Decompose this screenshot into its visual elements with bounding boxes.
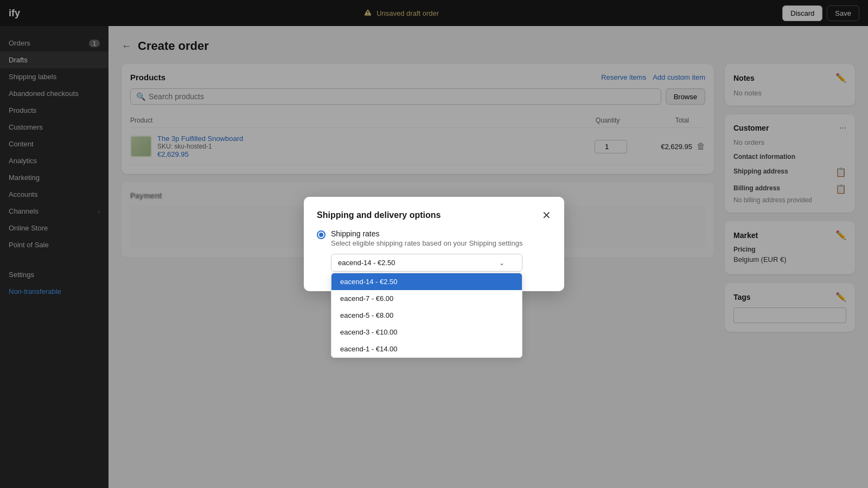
dropdown-item-opt1-label: eacend-14 - €2.50 — [340, 278, 398, 286]
dropdown-item-opt4[interactable]: eacend-3 - €10.00 — [331, 324, 522, 341]
dropdown-item-opt5-label: eacend-1 - €14.00 — [340, 345, 398, 353]
dropdown-item-opt2[interactable]: eacend-7 - €6.00 — [331, 290, 522, 307]
modal-overlay[interactable]: Shipping and delivery options ✕ Shipping… — [0, 0, 868, 488]
chevron-down-icon: ⌄ — [499, 259, 505, 267]
shipping-modal: Shipping and delivery options ✕ Shipping… — [304, 197, 564, 291]
modal-header: Shipping and delivery options ✕ — [317, 210, 551, 221]
dropdown-item-opt4-label: eacend-3 - €10.00 — [340, 328, 398, 336]
rate-dropdown-list: eacend-14 - €2.50 eacend-7 - €6.00 eacen… — [331, 273, 522, 358]
modal-title: Shipping and delivery options — [317, 210, 441, 220]
selected-rate-text: eacend-14 - €2.50 — [338, 259, 395, 267]
shipping-rates-desc: Select eligible shipping rates based on … — [331, 239, 522, 247]
dropdown-item-opt3[interactable]: eacend-5 - €8.00 — [331, 307, 522, 324]
dropdown-item-opt5[interactable]: eacend-1 - €14.00 — [331, 341, 522, 357]
dropdown-item-opt2-label: eacend-7 - €6.00 — [340, 294, 393, 303]
shipping-rates-content: Shipping rates Select eligible shipping … — [331, 229, 522, 272]
dropdown-item-opt1[interactable]: eacend-14 - €2.50 — [331, 273, 522, 290]
rate-select-container: eacend-14 - €2.50 ⌄ eacend-14 - €2.50 ea… — [331, 254, 522, 272]
shipping-rates-label: Shipping rates — [331, 229, 522, 238]
shipping-rates-radio[interactable] — [317, 230, 326, 239]
rate-select-display[interactable]: eacend-14 - €2.50 ⌄ — [331, 254, 522, 272]
shipping-rates-option: Shipping rates Select eligible shipping … — [317, 229, 551, 272]
modal-close-button[interactable]: ✕ — [542, 210, 551, 221]
dropdown-item-opt3-label: eacend-5 - €8.00 — [340, 311, 393, 319]
